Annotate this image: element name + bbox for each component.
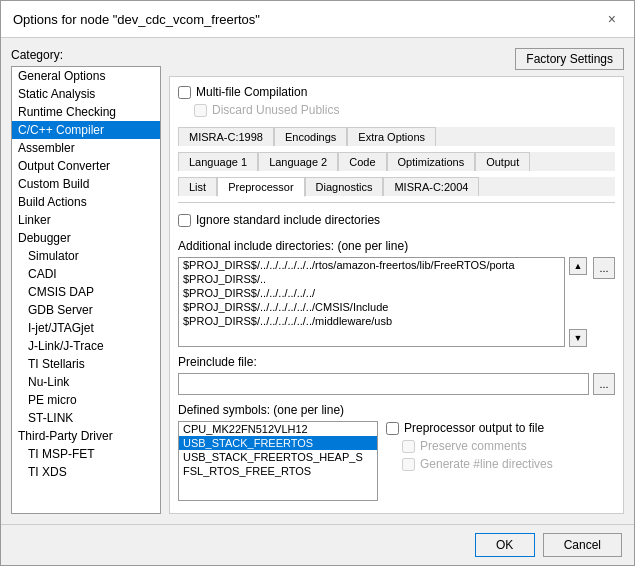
sidebar-item-cpp-compiler[interactable]: C/C++ Compiler [12,121,160,139]
tab-content: Ignore standard include directories Addi… [178,202,615,505]
tab-optimizations[interactable]: Optimizations [387,152,476,171]
tab-code[interactable]: Code [338,152,386,171]
tab-misra-2004[interactable]: MISRA-C:2004 [383,177,479,196]
generate-label: Generate #line directives [420,457,553,471]
list-item: $PROJ_DIRS$/../../../../../../ [179,286,564,300]
main-dialog: Options for node "dev_cdc_vcom_freertos"… [0,0,635,566]
sidebar-item-gdb-server[interactable]: GDB Server [12,301,160,319]
multifile-checkbox[interactable] [178,86,191,99]
dialog-footer: OK Cancel [1,524,634,565]
title-bar: Options for node "dev_cdc_vcom_freertos"… [1,1,634,38]
preinclude-browse-button[interactable]: ... [593,373,615,395]
defined-label: Defined symbols: (one per line) [178,403,615,417]
additional-include-list[interactable]: $PROJ_DIRS$/../../../../../../rtos/amazo… [178,257,565,347]
ok-button[interactable]: OK [475,533,535,557]
multifile-row: Multi-file Compilation [178,85,615,99]
defined-list-wrap: CPU_MK22FN512VLH12USB_STACK_FREERTOSUSB_… [178,421,378,505]
tab-output[interactable]: Output [475,152,530,171]
tab-list[interactable]: List [178,177,217,196]
main-panel: Factory Settings Multi-file Compilation … [169,48,624,514]
factory-settings-button[interactable]: Factory Settings [515,48,624,70]
category-label: Category: [11,48,161,62]
generate-checkbox [402,458,415,471]
sidebar-item-pe-micro[interactable]: PE micro [12,391,160,409]
discard-checkbox [194,104,207,117]
ignore-std-label: Ignore standard include directories [196,213,380,227]
discard-label: Discard Unused Publics [212,103,339,117]
close-button[interactable]: × [602,9,622,29]
discard-row: Discard Unused Publics [194,103,615,117]
tab-misra-1998[interactable]: MISRA-C:1998 [178,127,274,146]
sidebar-item-i-jet[interactable]: I-jet/JTAGjet [12,319,160,337]
ignore-std-checkbox[interactable] [178,214,191,227]
sidebar-item-debugger[interactable]: Debugger [12,229,160,247]
sidebar-item-build-actions[interactable]: Build Actions [12,193,160,211]
additional-label: Additional include directories: (one per… [178,239,615,253]
sidebar-item-st-link[interactable]: ST-LINK [12,409,160,427]
list-item: $PROJ_DIRS$/.. [179,272,564,286]
sidebar-item-ti-xds[interactable]: TI XDS [12,463,160,481]
tabs-row3: ListPreprocessorDiagnosticsMISRA-C:2004 [178,177,615,196]
preserve-row: Preserve comments [402,439,615,453]
sidebar-item-linker[interactable]: Linker [12,211,160,229]
additional-include-row: $PROJ_DIRS$/../../../../../../rtos/amazo… [178,257,615,347]
tab-diagnostics[interactable]: Diagnostics [305,177,384,196]
sidebar-item-runtime-checking[interactable]: Runtime Checking [12,103,160,121]
additional-scrollbar: ▲ ▼ [569,257,589,347]
sidebar-item-nu-link[interactable]: Nu-Link [12,373,160,391]
list-item: $PROJ_DIRS$/../../../../../../CMSIS/Incl… [179,300,564,314]
defined-list[interactable]: CPU_MK22FN512VLH12USB_STACK_FREERTOSUSB_… [178,421,378,501]
preinclude-row: ... [178,373,615,395]
scroll-down-arrow[interactable]: ▼ [569,329,587,347]
sidebar-item-simulator[interactable]: Simulator [12,247,160,265]
dialog-title: Options for node "dev_cdc_vcom_freertos" [13,12,260,27]
options-area: Multi-file Compilation Discard Unused Pu… [169,76,624,514]
list-item[interactable]: USB_STACK_FREERTOS_HEAP_S [179,450,377,464]
generate-row: Generate #line directives [402,457,615,471]
pp-output-row: Preprocessor output to file [386,421,615,435]
preserve-label: Preserve comments [420,439,527,453]
list-item[interactable]: FSL_RTOS_FREE_RTOS [179,464,377,478]
tabs-row2: Language 1Language 2CodeOptimizationsOut… [178,152,615,171]
sidebar-item-output-converter[interactable]: Output Converter [12,157,160,175]
cancel-button[interactable]: Cancel [543,533,622,557]
pp-output-checkbox[interactable] [386,422,399,435]
sidebar-item-third-party[interactable]: Third-Party Driver [12,427,160,445]
list-item[interactable]: CPU_MK22FN512VLH12 [179,422,377,436]
ignore-row: Ignore standard include directories [178,209,615,231]
sidebar-item-ti-msp-fet[interactable]: TI MSP-FET [12,445,160,463]
sidebar-item-custom-build[interactable]: Custom Build [12,175,160,193]
tab-language1[interactable]: Language 1 [178,152,258,171]
tab-encodings[interactable]: Encodings [274,127,347,146]
preserve-checkbox [402,440,415,453]
preinclude-label: Preinclude file: [178,355,615,369]
pp-output-label: Preprocessor output to file [404,421,544,435]
tab-preprocessor[interactable]: Preprocessor [217,177,304,197]
category-list: General OptionsStatic AnalysisRuntime Ch… [11,66,161,514]
scroll-up-arrow[interactable]: ▲ [569,257,587,275]
sidebar-item-ti-stellaris[interactable]: TI Stellaris [12,355,160,373]
defined-row: CPU_MK22FN512VLH12USB_STACK_FREERTOSUSB_… [178,421,615,505]
sidebar-item-static-analysis[interactable]: Static Analysis [12,85,160,103]
list-item[interactable]: USB_STACK_FREERTOS [179,436,377,450]
additional-browse-button[interactable]: ... [593,257,615,279]
multifile-label: Multi-file Compilation [196,85,307,99]
sidebar-item-jlink[interactable]: J-Link/J-Trace [12,337,160,355]
tabs-row1: MISRA-C:1998EncodingsExtra Options [178,127,615,146]
list-item: $PROJ_DIRS$/../../../../../../middleware… [179,314,564,328]
preinclude-input[interactable] [178,373,589,395]
category-panel: Category: General OptionsStatic Analysis… [11,48,161,514]
defined-right: Preprocessor output to file Preserve com… [386,421,615,505]
sidebar-item-cadi[interactable]: CADI [12,265,160,283]
defined-section: Defined symbols: (one per line) CPU_MK22… [178,399,615,505]
list-item: $PROJ_DIRS$/../../../../../../rtos/amazo… [179,258,564,272]
tab-extra-options[interactable]: Extra Options [347,127,436,146]
dialog-body: Category: General OptionsStatic Analysis… [1,38,634,524]
top-row: Factory Settings [169,48,624,70]
sidebar-item-assembler[interactable]: Assembler [12,139,160,157]
sidebar-item-general-options[interactable]: General Options [12,67,160,85]
sidebar-item-cmsis-dap[interactable]: CMSIS DAP [12,283,160,301]
tab-language2[interactable]: Language 2 [258,152,338,171]
